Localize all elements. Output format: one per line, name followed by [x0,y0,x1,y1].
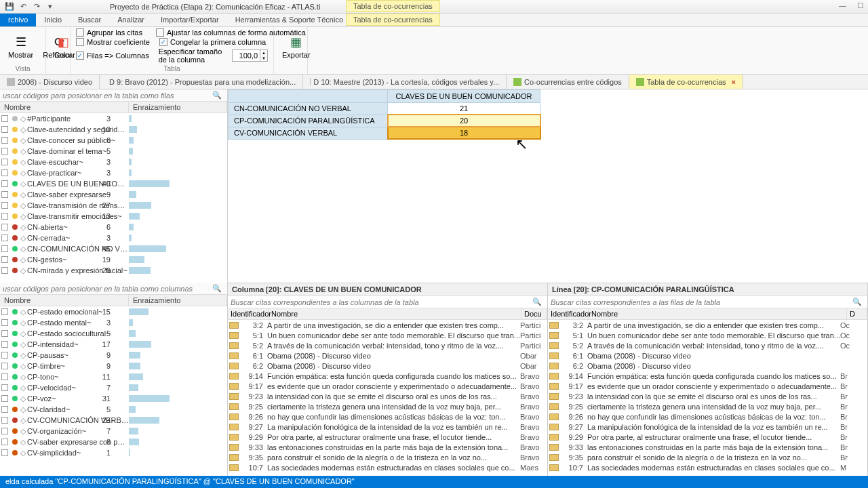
mostrar-button[interactable]: ☰Mostrar [5,33,36,60]
checkbox-icon[interactable] [1,395,8,402]
maximize-icon[interactable]: ☐ [857,1,864,10]
code-row[interactable]: ◇ CN-COMUNICACIÓN NO VE... 45 [0,243,227,254]
checkbox-icon[interactable] [1,169,8,176]
search-icon[interactable]: 🔍 [850,298,865,306]
quote-row[interactable]: 9:27 La manipulación fonológica de la in… [548,422,867,432]
checkbox-icon[interactable] [1,363,8,369]
code-row[interactable]: ◇ CV-saber expresarse con pal... 8 [0,436,227,447]
doctab-0[interactable]: 2008) - Discurso video [0,75,100,89]
checkbox-icon[interactable] [1,267,8,274]
quote-row[interactable]: 5:1 Un buen comunicador debe ser ante to… [548,330,867,340]
co-row-label[interactable]: CV-COMUNICACIÓN VERBAL [229,127,388,139]
quote-row[interactable]: 9:27 La manipulación fonológica de la in… [228,422,547,432]
quote-row[interactable]: 9:14 Función empática: esta función qued… [548,371,867,381]
code-row[interactable]: ◇ CV-claridad~ 5 [0,404,227,415]
menu-inicio[interactable]: Inicio [36,14,70,26]
quote-row[interactable]: 9:35 para construir el sonido de la aleg… [548,452,867,462]
code-row[interactable]: ◇ CN-cerrada~ 3 [0,232,227,243]
context-tab-sub[interactable]: Tabla de co-ocurrencias [346,14,440,26]
lp-left-search[interactable] [231,298,530,306]
code-row[interactable]: ◇ CP-voz~ 31 [0,393,227,404]
quote-row[interactable]: 9:33 las entonaciones construidas en la … [228,442,547,452]
checkbox-icon[interactable] [1,319,8,326]
doctab-3[interactable]: Co-ocurrencias entre códigos [507,75,629,89]
checkbox-icon[interactable] [1,373,8,380]
hdr-enraiz[interactable]: Enraizamiento [129,102,227,113]
checkbox-icon[interactable] [1,115,8,122]
menu-buscar[interactable]: Buscar [70,14,109,26]
code-row[interactable]: ◇ Clave-dominar el tema~ 5 [0,146,227,157]
column-size-spinner[interactable]: ▲▼ [232,49,268,62]
menu-analizar[interactable]: Analizar [109,14,153,26]
co-cell[interactable]: 21 [388,103,540,115]
search-icon[interactable]: 🔍 [210,284,224,293]
code-row[interactable]: ◇ CP-velocidad~ 7 [0,382,227,393]
quote-row[interactable]: 9:17 es evidente que un orador conscient… [548,381,867,391]
hdr-id[interactable]: Identificador [548,308,589,319]
redo-icon[interactable]: ↷ [31,1,42,12]
quote-row[interactable]: 6:1 Obama (2008) - Discurso video Obar [228,350,547,361]
quote-row[interactable]: 9:25 ciertamente la tristeza genera una … [548,401,867,411]
quote-row[interactable]: 9:23 la intensidad con la que se emite e… [228,391,547,401]
checkbox-icon[interactable] [1,245,8,252]
quote-row[interactable]: 9:25 ciertamente la tristeza genera una … [228,401,547,411]
code-row[interactable]: ◇ CP-pausas~ 9 [0,350,227,361]
code-row[interactable]: ◇ CP-estado mental~ 3 [0,317,227,328]
dropdown-icon[interactable]: ▾ [45,1,56,12]
code-row[interactable]: ◇ CP-estado sociocultural~ 5 [0,328,227,339]
save-icon[interactable]: 💾 [4,1,15,12]
code-row[interactable]: ◇ CP-tono~ 11 [0,371,227,382]
doctab-2[interactable]: D 10: Maestre (2013) - La cortesía, códi… [303,75,507,89]
co-col-header[interactable]: CLAVES DE UN BUEN COMUNICADOR [388,90,540,103]
hdr-nombre[interactable]: Nombre [0,102,129,113]
code-row[interactable]: ◇ CP-intensidad~ 17 [0,339,227,350]
close-icon[interactable]: × [732,78,736,86]
search-cols-input[interactable] [3,285,210,293]
code-row[interactable]: ◇ CLAVES DE UN BUEN COMU... 49 [0,178,227,189]
quote-row[interactable]: 5:2 A través de la comunicación verbal: … [228,340,547,350]
quote-row[interactable]: 9:29 Por otra parte, al estructurar oral… [548,432,867,442]
checkbox-icon[interactable] [1,224,8,230]
hdr-doc[interactable]: Docu [521,308,547,319]
quote-row[interactable]: 9:17 es evidente que un orador conscient… [228,381,547,391]
code-row[interactable]: ◇ CN-mirada y expresión facial~ 26 [0,265,227,276]
co-row-label[interactable]: CN-COMUNICACIÓN NO VERBAL [229,103,388,115]
checkbox-icon[interactable] [1,449,8,456]
quote-row[interactable]: 9:29 Por otra parte, al estructurar oral… [228,432,547,442]
hdr-enraiz2[interactable]: Enraizamiento [129,295,227,306]
checkbox-icon[interactable] [1,148,8,155]
undo-icon[interactable]: ↶ [18,1,28,12]
quote-row[interactable]: 5:1 Un buen comunicador debe ser ante to… [228,330,547,340]
co-cell[interactable]: 18 [388,127,540,139]
quote-row[interactable]: 9:23 la intensidad con la que se emite e… [548,391,867,401]
quote-row[interactable]: 6:2 Obama (2008) - Discurso video Obar [228,361,547,371]
checkbox-icon[interactable] [1,417,8,424]
checkbox-icon[interactable] [1,352,8,359]
code-row[interactable]: ◇ Clave-autencidad y seguridad~ 10 [0,124,227,135]
checkbox-icon[interactable] [1,159,8,165]
code-row[interactable]: ◇ Clave-practicar~ 3 [0,167,227,178]
code-row[interactable]: ◇ CN-gestos~ 19 [0,254,227,265]
checkbox-icon[interactable] [1,191,8,198]
checkbox-icon[interactable] [1,180,8,187]
checkbox-icon[interactable] [1,384,8,391]
quote-row[interactable]: 9:26 no hay que confundir las dimensione… [228,411,547,422]
checkbox-icon[interactable] [1,202,8,209]
co-cell[interactable]: 20 [388,115,540,127]
checkbox-icon[interactable] [1,406,8,413]
code-row[interactable]: ◇ CV-simplicidad~ 1 [0,447,227,458]
quote-row[interactable]: 6:1 Obama (2008) - Discurso video [548,350,867,361]
chk-agrupar[interactable]: Agrupar las citas [76,28,142,37]
checkbox-icon[interactable] [1,126,8,133]
quote-row[interactable]: 10:7 Las sociedades modernas están estru… [228,462,547,472]
menu-importar[interactable]: Importar/Exportar [153,14,227,26]
checkbox-icon[interactable] [1,428,8,434]
checkbox-icon[interactable] [1,235,8,241]
quote-row[interactable]: 3:2 A partir de una investigación, se di… [548,320,867,330]
doctab-4[interactable]: Tabla de co-ocurrencias× [629,75,743,89]
code-row[interactable]: ◇ CP-estado emocional~ 15 [0,306,227,317]
chk-congelar[interactable]: ✓Congelar la primera columna [159,38,266,46]
quote-row[interactable]: 10:7 Las sociedades modernas están estru… [548,462,867,472]
hdr-id[interactable]: Identificador [228,308,269,319]
quote-row[interactable]: 9:14 Función empática: esta función qued… [228,371,547,381]
